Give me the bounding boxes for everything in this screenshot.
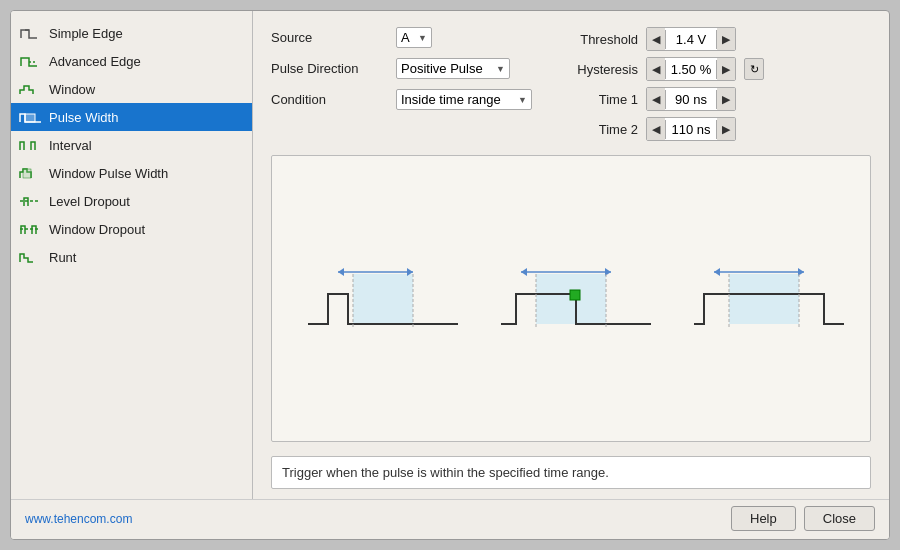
threshold-row: Threshold ◀ 1.4 V ▶ bbox=[558, 27, 764, 51]
sidebar-item-window-pulse-width[interactable]: Window Pulse Width bbox=[11, 159, 252, 187]
bottom-bar: www.tehencom.com Help Close bbox=[11, 499, 889, 539]
pulse-direction-label: Pulse Direction bbox=[271, 61, 386, 76]
threshold-spinner: ◀ 1.4 V ▶ bbox=[646, 27, 736, 51]
hysteresis-value: 1.50 % bbox=[665, 60, 717, 79]
svg-rect-3 bbox=[23, 169, 31, 178]
level-dropout-icon bbox=[19, 192, 41, 210]
sidebar-label-interval: Interval bbox=[49, 138, 92, 153]
left-params: Source A B C D Pulse Direction bbox=[271, 27, 532, 114]
right-panel: Threshold ◀ 1.4 V ▶ Hysteresis ◀ 1.50 % bbox=[558, 27, 764, 147]
source-label: Source bbox=[271, 30, 386, 45]
threshold-label: Threshold bbox=[558, 32, 638, 47]
time1-increment[interactable]: ▶ bbox=[717, 88, 735, 110]
sidebar-label-pulse-width: Pulse Width bbox=[49, 110, 118, 125]
diagram-area bbox=[271, 155, 871, 442]
sidebar-label-level-dropout: Level Dropout bbox=[49, 194, 130, 209]
condition-label: Condition bbox=[271, 92, 386, 107]
hysteresis-increment[interactable]: ▶ bbox=[717, 58, 735, 80]
sidebar: Simple Edge Advanced Edge bbox=[11, 11, 253, 499]
source-select[interactable]: A B C D bbox=[396, 27, 432, 48]
sidebar-item-level-dropout[interactable]: Level Dropout bbox=[11, 187, 252, 215]
description-box: Trigger when the pulse is within the spe… bbox=[271, 456, 871, 489]
condition-select[interactable]: Inside time range Outside time range Sho… bbox=[396, 89, 532, 110]
hysteresis-decrement[interactable]: ◀ bbox=[647, 58, 665, 80]
time2-spinner: ◀ 110 ns ▶ bbox=[646, 117, 736, 141]
pulse-direction-row: Pulse Direction Positive Pulse Negative … bbox=[271, 58, 532, 79]
threshold-decrement[interactable]: ◀ bbox=[647, 28, 665, 50]
sidebar-label-simple-edge: Simple Edge bbox=[49, 26, 123, 41]
pulse-direction-select-wrap[interactable]: Positive Pulse Negative Pulse bbox=[396, 58, 510, 79]
diagram-1 bbox=[298, 244, 458, 354]
footer-link: www.tehencom.com bbox=[25, 512, 723, 526]
sidebar-item-window[interactable]: Window bbox=[11, 75, 252, 103]
dialog-body: Simple Edge Advanced Edge bbox=[11, 11, 889, 499]
condition-row: Condition Inside time range Outside time… bbox=[271, 89, 532, 110]
condition-select-wrap[interactable]: Inside time range Outside time range Sho… bbox=[396, 89, 532, 110]
source-row: Source A B C D bbox=[271, 27, 532, 48]
svg-rect-2 bbox=[25, 114, 35, 122]
time2-row: Time 2 ◀ 110 ns ▶ bbox=[558, 117, 764, 141]
time2-label: Time 2 bbox=[558, 122, 638, 137]
sidebar-label-runt: Runt bbox=[49, 250, 76, 265]
advanced-edge-icon bbox=[19, 52, 41, 70]
window-dropout-icon bbox=[19, 220, 41, 238]
description-text: Trigger when the pulse is within the spe… bbox=[282, 465, 609, 480]
time2-value: 110 ns bbox=[665, 120, 717, 139]
sidebar-label-window-pulse-width: Window Pulse Width bbox=[49, 166, 168, 181]
diagrams-row bbox=[282, 166, 860, 431]
pulse-direction-select[interactable]: Positive Pulse Negative Pulse bbox=[396, 58, 510, 79]
sidebar-item-window-dropout[interactable]: Window Dropout bbox=[11, 215, 252, 243]
svg-rect-19 bbox=[729, 274, 799, 324]
simple-edge-icon bbox=[19, 24, 41, 42]
time2-increment[interactable]: ▶ bbox=[717, 118, 735, 140]
threshold-increment[interactable]: ▶ bbox=[717, 28, 735, 50]
sidebar-label-window-dropout: Window Dropout bbox=[49, 222, 145, 237]
sidebar-item-pulse-width[interactable]: Pulse Width bbox=[11, 103, 252, 131]
main-content: Source A B C D Pulse Direction bbox=[253, 11, 889, 499]
window-icon bbox=[19, 80, 41, 98]
window-pulse-width-icon bbox=[19, 164, 41, 182]
time1-value: 90 ns bbox=[665, 90, 717, 109]
svg-marker-14 bbox=[521, 268, 527, 276]
help-button[interactable]: Help bbox=[731, 506, 796, 531]
hysteresis-spinner: ◀ 1.50 % ▶ bbox=[646, 57, 736, 81]
sidebar-item-simple-edge[interactable]: Simple Edge bbox=[11, 19, 252, 47]
close-button[interactable]: Close bbox=[804, 506, 875, 531]
sidebar-item-advanced-edge[interactable]: Advanced Edge bbox=[11, 47, 252, 75]
pulse-width-icon bbox=[19, 108, 41, 126]
svg-marker-8 bbox=[338, 268, 344, 276]
svg-rect-6 bbox=[353, 274, 413, 324]
time2-decrement[interactable]: ◀ bbox=[647, 118, 665, 140]
svg-marker-21 bbox=[714, 268, 720, 276]
dialog: Simple Edge Advanced Edge bbox=[10, 10, 890, 540]
time1-decrement[interactable]: ◀ bbox=[647, 88, 665, 110]
time1-label: Time 1 bbox=[558, 92, 638, 107]
hysteresis-reset-button[interactable]: ↻ bbox=[744, 58, 764, 80]
sidebar-label-window: Window bbox=[49, 82, 95, 97]
sidebar-label-advanced-edge: Advanced Edge bbox=[49, 54, 141, 69]
hysteresis-label: Hysteresis bbox=[558, 62, 638, 77]
threshold-value: 1.4 V bbox=[665, 30, 717, 49]
diagram-3 bbox=[684, 244, 844, 354]
source-select-wrap[interactable]: A B C D bbox=[396, 27, 432, 48]
sidebar-item-interval[interactable]: Interval bbox=[11, 131, 252, 159]
time1-row: Time 1 ◀ 90 ns ▶ bbox=[558, 87, 764, 111]
hysteresis-row: Hysteresis ◀ 1.50 % ▶ ↻ bbox=[558, 57, 764, 81]
sidebar-item-runt[interactable]: Runt bbox=[11, 243, 252, 271]
svg-rect-16 bbox=[570, 290, 580, 300]
time1-spinner: ◀ 90 ns ▶ bbox=[646, 87, 736, 111]
diagram-2 bbox=[491, 244, 651, 354]
runt-icon bbox=[19, 248, 41, 266]
interval-icon bbox=[19, 136, 41, 154]
